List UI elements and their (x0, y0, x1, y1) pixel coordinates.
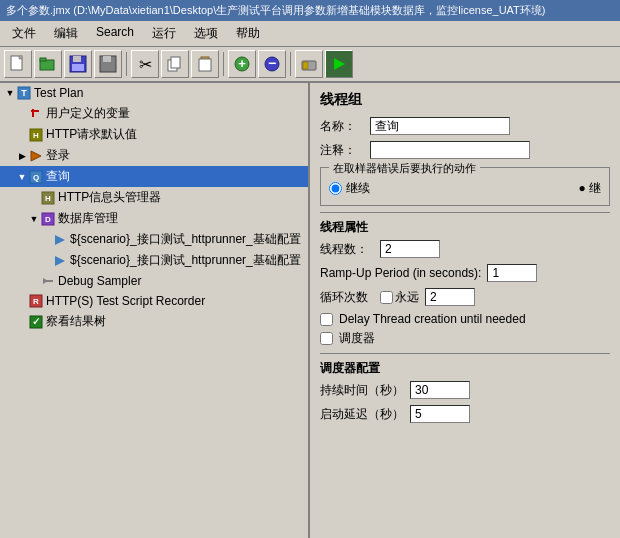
tree-arrow-query[interactable]: ▼ (16, 171, 28, 183)
tree-label-recorder: HTTP(S) Test Script Recorder (46, 294, 205, 308)
svg-marker-19 (334, 58, 345, 70)
error-action-title: 在取样器错误后要执行的动作 (329, 161, 480, 176)
toggle-button[interactable] (295, 50, 323, 78)
db-manage-icon: D (40, 211, 56, 227)
tree-item-scenario1[interactable]: ${scenario}_接口测试_httprunner_基础配置 (0, 229, 308, 250)
menu-run[interactable]: 运行 (144, 23, 184, 44)
duration-label: 持续时间（秒） (320, 382, 410, 399)
paste-icon (197, 56, 213, 72)
menu-search[interactable]: Search (88, 23, 142, 44)
tree-label-http-defaults: HTTP请求默认值 (46, 126, 137, 143)
name-label: 名称： (320, 118, 370, 135)
test-plan-icon: T (16, 85, 32, 101)
loop-forever-checkbox[interactable] (380, 291, 393, 304)
scheduler-label: 调度器 (339, 330, 375, 347)
tree-arrow (16, 129, 28, 141)
loop-label: 循环次数 (320, 289, 380, 306)
thread-count-label: 线程数： (320, 241, 380, 258)
tree-item-user-vars[interactable]: 用户定义的变量 (0, 103, 308, 124)
new-icon (9, 55, 27, 73)
scenario1-icon (52, 232, 68, 248)
ramp-up-input[interactable] (487, 264, 537, 282)
radio-continue-input[interactable] (329, 182, 342, 195)
tree-item-db-manage[interactable]: ▼ D 数据库管理 (0, 208, 308, 229)
tree-item-result-tree[interactable]: ✓ 察看结果树 (0, 311, 308, 332)
section-title: 线程组 (320, 91, 610, 109)
tree-label-scenario1: ${scenario}_接口测试_httprunner_基础配置 (70, 231, 301, 248)
radio-continue-label: 继续 (346, 180, 370, 197)
copy-button[interactable] (161, 50, 189, 78)
paste-button[interactable] (191, 50, 219, 78)
name-input[interactable] (370, 117, 510, 135)
copy-icon (167, 56, 183, 72)
menu-edit[interactable]: 编辑 (46, 23, 86, 44)
tree-label-test-plan: Test Plan (34, 86, 83, 100)
open-icon (39, 55, 57, 73)
tree-item-test-plan[interactable]: ▼ T Test Plan (0, 83, 308, 103)
comment-input[interactable] (370, 141, 530, 159)
svg-text:Q: Q (33, 173, 39, 182)
new-button[interactable] (4, 50, 32, 78)
menu-help[interactable]: 帮助 (228, 23, 268, 44)
scheduler-checkbox[interactable] (320, 332, 333, 345)
add-icon: + (234, 56, 250, 72)
svg-marker-36 (43, 278, 48, 284)
remove-button[interactable]: − (258, 50, 286, 78)
cut-button[interactable]: ✂ (131, 50, 159, 78)
svg-text:−: − (268, 56, 276, 71)
tree-item-debug[interactable]: Debug Sampler (0, 271, 308, 291)
svg-marker-26 (31, 151, 41, 161)
duration-input[interactable] (410, 381, 470, 399)
tree-arrow (16, 295, 28, 307)
radio-continue: 继续 (329, 180, 370, 197)
tree-item-http-defaults[interactable]: H HTTP请求默认值 (0, 124, 308, 145)
tree-item-recorder[interactable]: R HTTP(S) Test Script Recorder (0, 291, 308, 311)
toolbar-sep-2 (223, 52, 224, 76)
scheduler-row: 调度器 (320, 330, 610, 347)
tree-label-http-header: HTTP信息头管理器 (58, 189, 161, 206)
scheduler-config-title: 调度器配置 (320, 360, 610, 377)
loop-row: 循环次数 永远 (320, 288, 610, 306)
save-button[interactable] (64, 50, 92, 78)
delay-thread-checkbox[interactable] (320, 313, 333, 326)
tree-arrow-login[interactable]: ▶ (16, 150, 28, 162)
menu-options[interactable]: 选项 (186, 23, 226, 44)
tree-item-query[interactable]: ▼ Q 查询 (0, 166, 308, 187)
thread-count-input[interactable] (380, 240, 440, 258)
query-icon: Q (28, 169, 44, 185)
tree-arrow (40, 234, 52, 246)
tree-arrow (40, 255, 52, 267)
svg-text:H: H (45, 194, 51, 203)
tree-item-http-header[interactable]: H HTTP信息头管理器 (0, 187, 308, 208)
tree-label-query: 查询 (46, 168, 70, 185)
svg-rect-8 (103, 56, 111, 62)
svg-text:R: R (33, 297, 39, 306)
menu-file[interactable]: 文件 (4, 23, 44, 44)
open-button[interactable] (34, 50, 62, 78)
tree-arrow-expand[interactable]: ▼ (4, 87, 16, 99)
loop-count-input[interactable] (425, 288, 475, 306)
svg-text:D: D (45, 215, 51, 224)
user-vars-icon (28, 106, 44, 122)
scenario2-icon (52, 253, 68, 269)
cut-icon: ✂ (139, 55, 152, 74)
title-bar: 多个参数.jmx (D:\MyData\xietian1\Desktop\生产测… (0, 0, 620, 21)
tree-arrow-db[interactable]: ▼ (28, 213, 40, 225)
tree-arrow (16, 108, 28, 120)
svg-rect-6 (72, 64, 84, 71)
http-header-icon: H (40, 190, 56, 206)
run-button[interactable] (325, 50, 353, 78)
startup-delay-input[interactable] (410, 405, 470, 423)
add-button[interactable]: + (228, 50, 256, 78)
tree-arrow (28, 192, 40, 204)
continue-partial: ● 继 (578, 180, 601, 197)
tree-item-scenario2[interactable]: ${scenario}_接口测试_httprunner_基础配置 (0, 250, 308, 271)
divider-2 (320, 353, 610, 354)
toggle-icon (301, 56, 317, 72)
loop-forever-label: 永远 (395, 289, 419, 306)
http-defaults-icon: H (28, 127, 44, 143)
debug-icon (40, 273, 56, 289)
tree-item-login[interactable]: ▶ 登录 (0, 145, 308, 166)
ramp-up-label: Ramp-Up Period (in seconds): (320, 266, 481, 280)
saveas-button[interactable] (94, 50, 122, 78)
